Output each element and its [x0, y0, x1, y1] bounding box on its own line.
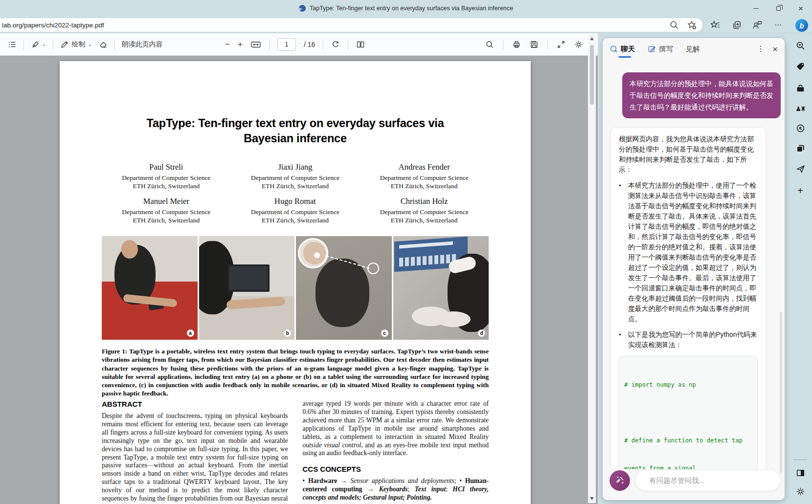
abstract-continuation: average typed 19 words per minute with a…: [303, 400, 489, 458]
copilot-close-button[interactable]: ×: [772, 44, 778, 54]
restore-button[interactable]: [767, 0, 789, 17]
page-view-button[interactable]: [356, 40, 365, 49]
rail-toolbox-icon[interactable]: [795, 83, 805, 93]
chat-input[interactable]: [635, 470, 781, 491]
assistant-message-card: 根据网页内容，我为您具体说说本研究方法部分的预处理中，如何基于敲击信号的幅度变化…: [610, 127, 766, 469]
tab-insights[interactable]: 见解: [686, 38, 700, 60]
pdf-scrollbar[interactable]: [588, 34, 596, 503]
ccs-seg: Text input: [415, 485, 446, 493]
toolbar-divider: [348, 40, 348, 49]
read-aloud-button[interactable]: 朗读此页内容: [122, 40, 163, 49]
active-tab-title: TapType: Ten-finger text entry on everyd…: [299, 5, 513, 12]
toolbar-divider: [323, 40, 323, 49]
rail-settings-gear-icon[interactable]: [795, 486, 805, 496]
browser-toolbar: lab.org/papers/chi2022-taptype.pdf ⋯ b: [0, 17, 812, 33]
pdf-tab-favicon-icon: [299, 5, 306, 12]
tab-chat-label: 聊天: [621, 44, 635, 54]
author-dept: Department of Computer Science: [102, 174, 231, 182]
copilot-more-menu[interactable]: ⋮: [757, 45, 765, 53]
rail-collections-filled-icon[interactable]: [795, 143, 805, 153]
assistant-intro-text: 根据网页内容，我为您具体说说本研究方法部分的预处理中，如何基于敲击信号的幅度变化…: [619, 134, 758, 175]
code-line: events from a signal: [624, 464, 752, 469]
draw-button[interactable]: 绘制 ⌄: [60, 40, 91, 49]
search-document-button[interactable]: [485, 40, 494, 49]
new-topic-broom-button[interactable]: [609, 470, 630, 491]
eraser-button[interactable]: [99, 40, 108, 49]
ccs-heading: CCS CONCEPTS: [303, 465, 489, 473]
page-number-input[interactable]: [277, 38, 296, 51]
pdf-settings-gear-icon[interactable]: [574, 40, 583, 49]
scroll-up-arrow-icon[interactable]: [590, 37, 594, 40]
close-button[interactable]: ×: [789, 0, 812, 17]
window-title-text: TapType: Ten-finger text entry on everyd…: [310, 5, 513, 12]
author-dept: Department of Computer Science: [231, 208, 360, 216]
figure-badge-b: b: [284, 329, 291, 337]
fullscreen-button[interactable]: [557, 40, 565, 49]
figure-badge-d: d: [478, 329, 485, 337]
figure-photo-d: d: [393, 236, 489, 340]
photo-c-earbud: [314, 252, 320, 258]
copilot-header: 聊天 撰写 见解 ⋮ ×: [603, 38, 785, 60]
rail-panel-toggle-icon[interactable]: [795, 468, 805, 478]
copilot-header-actions: ⋮ ×: [757, 44, 778, 54]
code-line: # import numpy as np: [624, 380, 752, 390]
ccs-seg: →: [362, 485, 379, 493]
tab-compose[interactable]: 撰写: [648, 38, 673, 60]
chat-input-row: [609, 470, 781, 491]
zoom-out-button[interactable]: −: [225, 40, 230, 48]
url-text[interactable]: lab.org/papers/chi2022-taptype.pdf: [2, 22, 104, 29]
ccs-seg: concepts and models; Gestural input; Poi…: [303, 494, 432, 501]
chat-scrollbar-thumb[interactable]: [780, 312, 782, 473]
rail-games-icon[interactable]: ♟♜: [795, 104, 805, 113]
highlighter-button[interactable]: ⌄: [31, 40, 46, 49]
pdf-scrollbar-thumb[interactable]: [590, 45, 594, 105]
collections-icon[interactable]: [732, 20, 742, 30]
figure-1-photos: a b c: [102, 236, 489, 340]
author-inst: ETH Zürich, Switzerland: [102, 216, 231, 224]
chat-message-list[interactable]: 本研究方法部分的预处理中，能具体说说如何基于敲击信号的幅度变化和持续时间来判断是…: [603, 60, 785, 469]
rail-drawing-icon[interactable]: [795, 123, 805, 133]
print-button[interactable]: [512, 40, 521, 49]
rail-search-icon[interactable]: [795, 41, 805, 50]
authors-row-2: Manuel Meier Department of Computer Scie…: [102, 197, 489, 224]
browser-more-menu[interactable]: ⋯: [774, 20, 784, 30]
add-favorite-star-icon[interactable]: [687, 20, 697, 30]
favorites-bar-icon[interactable]: [710, 20, 720, 30]
draw-dropdown-chevron-icon[interactable]: ⌄: [88, 42, 91, 47]
pdf-document-area: TapType: Ten-finger text entry on everyd…: [0, 56, 598, 504]
highlighter-dropdown-chevron-icon[interactable]: ⌄: [42, 42, 46, 47]
python-code-block[interactable]: # import numpy as np # define a function…: [619, 356, 758, 469]
bing-copilot-icon[interactable]: b: [795, 19, 808, 32]
ccs-seg: ;: [408, 485, 415, 493]
fit-to-width-button[interactable]: [250, 40, 261, 49]
pdf-toolbar: ⌄ 绘制 ⌄ 朗读此页内容 − +: [0, 33, 598, 56]
author-block: Christian Holz Department of Computer Sc…: [360, 197, 489, 224]
profile-feedback-icon[interactable]: [752, 20, 762, 30]
author-block: Manuel Meier Department of Computer Scie…: [102, 197, 231, 224]
abstract-cont-italic: outside visual control: [303, 441, 361, 449]
scroll-down-arrow-icon[interactable]: [590, 497, 594, 500]
zoom-page-icon[interactable]: [669, 20, 679, 30]
table-of-contents-button[interactable]: [8, 40, 17, 49]
right-column: average typed 19 words per minute with a…: [303, 400, 489, 504]
photo-b-arms: [226, 297, 285, 309]
zoom-in-button[interactable]: +: [238, 40, 243, 48]
rail-share-plane-icon[interactable]: [795, 164, 805, 174]
left-column: ABSTRACT Despite the advent of touchscre…: [102, 400, 288, 504]
address-bar[interactable]: lab.org/papers/chi2022-taptype.pdf: [0, 18, 702, 32]
author-block: Andreas Fender Department of Computer Sc…: [360, 162, 489, 190]
read-aloud-label: 朗读此页内容: [122, 40, 163, 49]
rotate-button[interactable]: [331, 40, 340, 49]
rail-add-button[interactable]: +: [795, 186, 805, 196]
photo-a-face: [121, 240, 138, 259]
author-block: Jiaxi Jiang Department of Computer Scien…: [231, 162, 360, 190]
rail-shopping-tag-icon[interactable]: [795, 61, 805, 71]
ccs-seg: ;: [446, 485, 452, 493]
save-button[interactable]: [530, 40, 539, 49]
assistant-bullet-1: • 本研究方法部分的预处理中，使用了一个检测算法来从敲击信号中识别敲击事件，该算…: [619, 180, 758, 324]
tab-chat[interactable]: 聊天: [609, 38, 635, 60]
figure-badge-a: a: [187, 329, 194, 337]
minimize-button[interactable]: [744, 0, 767, 17]
author-inst: ETH Zürich, Switzerland: [102, 182, 231, 190]
toolbar-divider: [269, 40, 270, 49]
